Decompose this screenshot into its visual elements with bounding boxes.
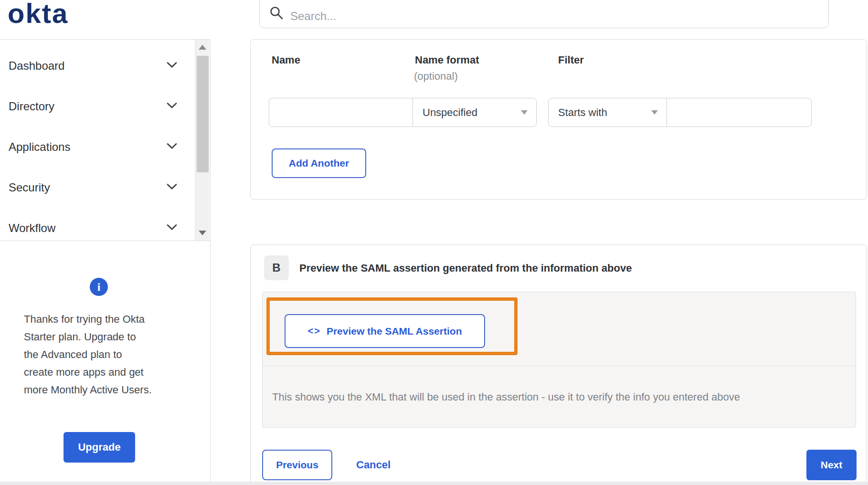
sidebar-item-directory[interactable]: Directory [9,86,178,127]
code-icon: <> [308,326,321,337]
scrollbar-thumb[interactable] [197,56,209,172]
trial-note-line: the Advanced plan to [24,346,186,363]
search-input[interactable] [290,10,819,23]
filter-value-input[interactable] [667,98,812,127]
sidebar-nav: Dashboard Directory Applications Securit… [0,39,210,241]
name-format-optional-hint: (optional) [414,70,458,83]
okta-admin-screen: okta Dashboard Directory Applications Se… [0,0,868,485]
section-b-badge: B [264,255,289,280]
attribute-name-input[interactable] [269,98,413,127]
chevron-down-icon [166,224,178,232]
preview-button-label: Preview the SAML Assertion [327,326,462,337]
attribute-row: Unspecified Starts with [269,98,812,127]
add-another-button[interactable]: Add Another [272,148,366,178]
sidebar-item-workflow[interactable]: Workflow [9,208,178,248]
attribute-statements-card: Name Name format (optional) Filter Unspe… [250,39,867,200]
scroll-down-arrow[interactable] [195,227,210,239]
global-search[interactable] [259,0,829,28]
trial-note: Thanks for trying the Okta Starter plan.… [24,310,186,399]
sidebar-item-dashboard[interactable]: Dashboard [9,45,178,86]
chevron-down-icon [166,143,178,151]
left-panel-divider [210,39,211,485]
chevron-down-icon [166,183,178,192]
preview-saml-assertion-button[interactable]: <> Preview the SAML Assertion [285,314,485,348]
sidebar-item-label: Directory [9,100,54,113]
dropdown-caret-icon [651,110,658,115]
name-format-selected-value: Unspecified [423,106,477,119]
preview-description-row: This shows you the XML that will be used… [263,366,856,428]
search-icon [269,6,284,22]
upgrade-button[interactable]: Upgrade [64,432,135,463]
trial-note-line: Starter plan. Upgrade to [24,328,186,346]
sidebar-scrollbar[interactable] [195,40,210,241]
sidebar-item-applications[interactable]: Applications [9,127,178,167]
preview-panel: <> Preview the SAML Assertion This shows… [262,292,856,428]
cancel-link[interactable]: Cancel [356,450,391,480]
trial-note-line: more Monthly Active Users. [24,381,186,399]
viewport-bottom-strip [0,482,868,485]
filter-type-selected-value: Starts with [558,106,607,119]
filter-type-select[interactable]: Starts with [548,98,667,127]
previous-button[interactable]: Previous [262,450,332,480]
name-column-label: Name [272,54,300,66]
sidebar-nav-list: Dashboard Directory Applications Securit… [0,40,210,248]
section-b-title: Preview the SAML assertion generated fro… [299,262,632,274]
chevron-down-icon [166,62,178,70]
name-format-column-label: Name format [415,54,479,66]
sidebar-item-label: Applications [9,140,70,154]
okta-logo: okta [8,0,68,29]
info-icon: i [90,278,108,296]
next-button[interactable]: Next [806,450,857,480]
trial-note-line: Thanks for trying the Okta [24,310,186,328]
chevron-down-icon [166,102,178,111]
dropdown-caret-icon [521,110,528,115]
sidebar-item-label: Dashboard [9,59,64,73]
name-format-select[interactable]: Unspecified [413,98,537,127]
sidebar-item-label: Workflow [9,221,55,235]
preview-assertion-card: B Preview the SAML assertion generated f… [250,244,867,485]
filter-column-label: Filter [558,54,584,66]
scroll-up-arrow[interactable] [195,42,210,53]
preview-description: This shows you the XML that will be used… [272,391,740,403]
sidebar-item-security[interactable]: Security [9,167,178,208]
sidebar-item-label: Security [9,181,50,194]
trial-note-line: create more apps and get [24,363,186,381]
